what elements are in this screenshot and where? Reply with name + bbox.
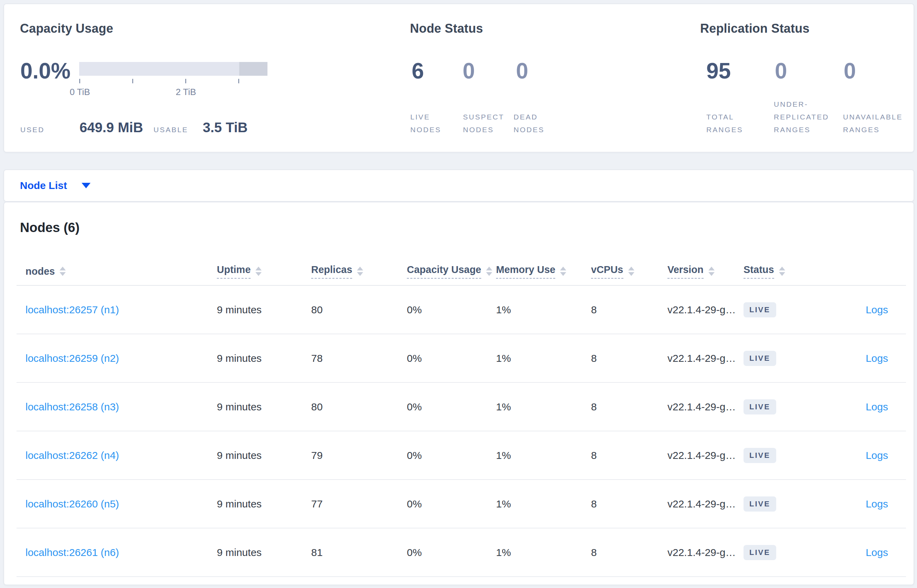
view-selector-bar: Node List [3, 170, 914, 202]
vcpus-cell: 8 [591, 304, 597, 316]
uptime-cell: 9 minutes [217, 450, 262, 461]
live-nodes-count: 6 [412, 60, 424, 82]
memory-use-cell: 1% [496, 547, 511, 558]
sort-icon [628, 267, 634, 276]
sort-icon [779, 267, 785, 276]
node-link[interactable]: localhost:26261 (n6) [26, 547, 119, 558]
node-link[interactable]: localhost:26262 (n4) [26, 450, 119, 461]
memory-use-cell: 1% [496, 450, 511, 461]
replicas-cell: 81 [311, 547, 323, 558]
status-badge: LIVE [744, 399, 776, 415]
status-badge: LIVE [744, 496, 776, 512]
node-status-title: Node Status [410, 21, 483, 36]
replication-status-title: Replication Status [700, 21, 810, 36]
status-badge: LIVE [744, 545, 776, 560]
logs-link[interactable]: Logs [866, 401, 888, 413]
version-cell: v22.1.4-29-g… [667, 304, 736, 316]
column-header-status[interactable]: Status [744, 264, 785, 279]
gauge-tick [79, 79, 80, 83]
version-cell: v22.1.4-29-g… [667, 498, 736, 510]
column-header-vcpus[interactable]: vCPUs [591, 264, 634, 279]
uptime-cell: 9 minutes [217, 401, 262, 413]
node-link[interactable]: localhost:26258 (n3) [26, 401, 119, 413]
gauge-tick-label: 0 TiB [69, 87, 90, 97]
table-row: localhost:26259 (n2) 9 minutes 78 0% 1% … [16, 334, 906, 383]
dead-nodes-count: 0 [516, 60, 528, 82]
memory-use-cell: 1% [496, 352, 511, 364]
nodes-table-body: localhost:26257 (n1) 9 minutes 80 0% 1% … [16, 286, 906, 577]
capacity-usage-cell: 0% [407, 352, 422, 364]
replicas-cell: 77 [311, 498, 323, 510]
node-link[interactable]: localhost:26260 (n5) [26, 498, 119, 510]
total-ranges-label: TOTALRANGES [706, 110, 743, 136]
vcpus-cell: 8 [591, 498, 597, 510]
used-value: 649.9 MiB [79, 120, 153, 135]
capacity-usage-cell: 0% [407, 498, 422, 510]
suspect-nodes-label: SUSPECTNODES [463, 110, 504, 136]
status-badge: LIVE [744, 448, 776, 463]
capacity-used-percent: 0.0% [20, 60, 71, 82]
table-row: localhost:26261 (n6) 9 minutes 81 0% 1% … [16, 528, 906, 577]
status-badge: LIVE [744, 302, 776, 317]
node-list-dropdown[interactable]: Node List [20, 180, 90, 191]
used-label: USED [20, 126, 79, 134]
sort-icon [255, 267, 262, 276]
column-header-version[interactable]: Version [667, 264, 715, 279]
node-link[interactable]: localhost:26257 (n1) [26, 304, 119, 316]
table-row: localhost:26260 (n5) 9 minutes 77 0% 1% … [16, 480, 906, 528]
sort-icon [60, 267, 66, 276]
gauge-tick [132, 79, 133, 83]
capacity-gauge: 0 TiB 2 TiB [79, 62, 268, 100]
total-ranges-count: 95 [706, 60, 731, 82]
nodes-table: nodes Uptime Replicas Capacity Usage Mem… [16, 257, 906, 577]
live-nodes-label: LIVENODES [410, 110, 441, 136]
under-replicated-ranges-label: UNDER-REPLICATEDRANGES [774, 98, 829, 136]
logs-link[interactable]: Logs [866, 352, 888, 364]
capacity-usage-cell: 0% [407, 401, 422, 413]
column-header-nodes[interactable]: nodes [26, 266, 66, 277]
memory-use-cell: 1% [496, 498, 511, 510]
vcpus-cell: 8 [591, 450, 597, 461]
dead-nodes-label: DEADNODES [513, 110, 544, 136]
nodes-table-header: nodes Uptime Replicas Capacity Usage Mem… [16, 257, 906, 286]
column-header-memory-use[interactable]: Memory Use [496, 264, 566, 279]
version-cell: v22.1.4-29-g… [667, 450, 736, 461]
sort-icon [709, 267, 715, 276]
sort-icon [560, 267, 566, 276]
version-cell: v22.1.4-29-g… [667, 401, 736, 413]
usable-label: USABLE [153, 126, 203, 134]
version-cell: v22.1.4-29-g… [667, 352, 736, 364]
node-list-dropdown-label: Node List [20, 180, 67, 191]
table-row: localhost:26258 (n3) 9 minutes 80 0% 1% … [16, 383, 906, 431]
table-row: localhost:26262 (n4) 9 minutes 79 0% 1% … [16, 431, 906, 480]
replicas-cell: 80 [311, 304, 323, 316]
capacity-usage-cell: 0% [407, 304, 422, 316]
memory-use-cell: 1% [496, 401, 511, 413]
nodes-panel: Nodes (6) nodes Uptime Replicas Capacity… [3, 202, 914, 585]
vcpus-cell: 8 [591, 401, 597, 413]
vcpus-cell: 8 [591, 547, 597, 558]
usable-value: 3.5 TiB [203, 120, 247, 135]
capacity-gauge-end-segment [239, 62, 268, 76]
node-link[interactable]: localhost:26259 (n2) [26, 352, 119, 364]
capacity-usage-cell: 0% [407, 450, 422, 461]
suspect-nodes-count: 0 [463, 60, 475, 82]
chevron-down-icon [82, 183, 90, 188]
uptime-cell: 9 minutes [217, 547, 262, 558]
column-header-uptime[interactable]: Uptime [217, 264, 262, 279]
logs-link[interactable]: Logs [866, 547, 888, 558]
status-badge: LIVE [744, 351, 776, 366]
under-replicated-ranges-count: 0 [775, 60, 787, 82]
sort-icon [486, 267, 492, 276]
logs-link[interactable]: Logs [866, 450, 888, 461]
logs-link[interactable]: Logs [866, 498, 888, 510]
memory-use-cell: 1% [496, 304, 511, 316]
nodes-panel-title: Nodes (6) [20, 220, 79, 235]
gauge-tick-label: 2 TiB [176, 87, 196, 97]
capacity-usage-title: Capacity Usage [20, 21, 113, 36]
column-header-replicas[interactable]: Replicas [311, 264, 363, 279]
column-header-capacity-usage[interactable]: Capacity Usage [407, 264, 492, 279]
uptime-cell: 9 minutes [217, 498, 262, 510]
unavailable-ranges-count: 0 [844, 60, 856, 82]
logs-link[interactable]: Logs [866, 304, 888, 316]
